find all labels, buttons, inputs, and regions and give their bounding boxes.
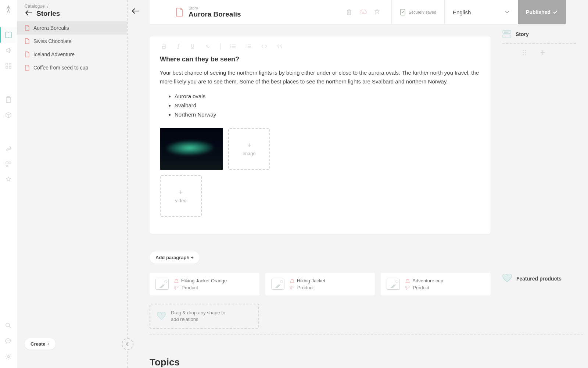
heart-icon bbox=[157, 312, 166, 320]
rail-star[interactable] bbox=[0, 172, 17, 187]
svg-point-36 bbox=[523, 50, 524, 51]
save-badge-icon bbox=[400, 8, 406, 16]
star-outline-icon[interactable] bbox=[374, 9, 380, 15]
svg-point-27 bbox=[177, 286, 178, 287]
svg-rect-28 bbox=[290, 286, 291, 287]
gear-icon bbox=[5, 353, 12, 360]
link-icon[interactable] bbox=[205, 43, 211, 49]
quote-icon[interactable] bbox=[277, 44, 284, 49]
language-selector[interactable]: English bbox=[444, 0, 518, 24]
product-icon bbox=[405, 278, 410, 283]
sidebar-item-aurora-borealis[interactable]: Aurora Borealis bbox=[17, 21, 127, 35]
layout-icon bbox=[502, 30, 511, 38]
sidebar-item-iceland-adventure[interactable]: Iceland Adventure bbox=[17, 48, 127, 61]
rail-box[interactable] bbox=[0, 107, 17, 123]
breadcrumb[interactable]: Catalogue / bbox=[17, 4, 127, 9]
rail-item-3[interactable] bbox=[0, 58, 17, 74]
rail-shapes[interactable] bbox=[0, 157, 17, 172]
drag-drop-relations[interactable]: Drag & drop any shape to add relations bbox=[150, 304, 259, 329]
svg-point-41 bbox=[525, 54, 526, 55]
image-placeholder-icon bbox=[387, 279, 400, 290]
trash-icon[interactable] bbox=[346, 8, 352, 16]
add-video-button[interactable]: + video bbox=[160, 175, 202, 217]
collapse-sidebar-button[interactable] bbox=[122, 338, 133, 350]
sidebar-item-label: Swiss Chocolate bbox=[33, 38, 72, 44]
content-heading[interactable]: Where can they be seen? bbox=[160, 56, 480, 63]
svg-point-38 bbox=[523, 52, 524, 53]
content-paragraph[interactable]: Your best chance of seeing the northern … bbox=[160, 68, 480, 86]
content-card: 12 Where can they be seen? Your best cha… bbox=[150, 36, 491, 234]
topics-heading: Topics bbox=[150, 357, 180, 368]
svg-rect-30 bbox=[405, 286, 407, 287]
add-image-button[interactable]: + image bbox=[228, 128, 270, 170]
rail-chat[interactable] bbox=[5, 333, 12, 349]
svg-point-15 bbox=[230, 44, 232, 46]
editor-toolbar: 12 bbox=[160, 43, 480, 50]
featured-product-card[interactable]: Hiking Jacket Orange Product bbox=[150, 273, 259, 296]
app-rail bbox=[0, 0, 17, 368]
book-icon bbox=[5, 32, 12, 38]
chevron-left-icon bbox=[125, 342, 130, 347]
ol-icon[interactable]: 12 bbox=[245, 44, 251, 49]
document-header: Story Aurora Borealis Securely saved Eng… bbox=[150, 0, 566, 24]
list-item: Northern Norway bbox=[175, 110, 480, 119]
svg-point-39 bbox=[525, 52, 526, 53]
sidebar-item-label: Aurora Borealis bbox=[33, 25, 69, 31]
svg-point-29 bbox=[293, 286, 294, 287]
svg-point-12 bbox=[9, 340, 10, 341]
code-icon[interactable] bbox=[261, 44, 268, 49]
rail-search[interactable] bbox=[5, 318, 12, 333]
wrench-icon bbox=[5, 146, 12, 152]
featured-products-row: Hiking Jacket Orange Product Hiking Jack… bbox=[150, 273, 491, 296]
add-paragraph-button[interactable]: Add paragraph + bbox=[150, 251, 200, 264]
italic-icon[interactable] bbox=[176, 43, 180, 49]
document-icon bbox=[25, 25, 30, 31]
main-area: Story Aurora Borealis Securely saved Eng… bbox=[128, 0, 588, 368]
rail-settings[interactable] bbox=[5, 349, 12, 364]
document-icon bbox=[25, 65, 30, 71]
product-icon bbox=[290, 278, 295, 283]
rail-wrench[interactable] bbox=[0, 141, 17, 157]
rail-catalogue[interactable] bbox=[0, 27, 17, 43]
sidebar: Catalogue / Stories Aurora Borealis Swis… bbox=[17, 0, 128, 368]
rail-clipboard[interactable] bbox=[0, 92, 17, 107]
bold-icon[interactable] bbox=[161, 43, 166, 49]
search-icon bbox=[5, 322, 12, 329]
svg-rect-0 bbox=[6, 63, 8, 65]
plus-icon[interactable] bbox=[540, 50, 546, 56]
featured-product-card[interactable]: Hiking Jacket Product bbox=[265, 273, 375, 296]
sidebar-title: Stories bbox=[36, 10, 60, 18]
sidebar-item-swiss-chocolate[interactable]: Swiss Chocolate bbox=[17, 35, 127, 48]
app-logo[interactable] bbox=[4, 4, 13, 16]
sidebar-item-coffee[interactable]: Coffee from seed to cup bbox=[17, 61, 127, 74]
document-icon bbox=[175, 7, 183, 17]
content-image[interactable] bbox=[160, 128, 223, 170]
shape-icon bbox=[405, 286, 410, 290]
grid-icon bbox=[6, 63, 11, 69]
featured-products-label: Featured products bbox=[502, 274, 562, 283]
shapes-icon bbox=[5, 161, 12, 168]
underline-icon[interactable] bbox=[190, 43, 195, 49]
ul-icon[interactable] bbox=[230, 44, 236, 49]
page-back-button[interactable] bbox=[131, 8, 139, 15]
svg-rect-26 bbox=[174, 286, 176, 287]
svg-point-37 bbox=[525, 50, 526, 51]
create-button[interactable]: Create + bbox=[25, 338, 55, 350]
svg-point-11 bbox=[8, 340, 9, 341]
featured-product-card[interactable]: Adventure cup Product bbox=[381, 273, 491, 296]
back-arrow-icon bbox=[131, 8, 139, 14]
document-icon bbox=[25, 38, 30, 44]
drag-handle-icon[interactable] bbox=[522, 49, 527, 56]
megaphone-icon bbox=[5, 47, 12, 54]
heart-icon bbox=[502, 274, 512, 283]
svg-rect-3 bbox=[9, 67, 11, 68]
image-placeholder-icon bbox=[271, 279, 284, 290]
svg-rect-6 bbox=[6, 162, 8, 164]
cloud-x-icon[interactable] bbox=[359, 9, 367, 15]
document-title: Aurora Borealis bbox=[189, 10, 241, 18]
content-list[interactable]: Aurora ovals Svalbard Northern Norway bbox=[160, 92, 480, 119]
rail-item-2[interactable] bbox=[0, 43, 17, 58]
publish-button[interactable]: Published bbox=[518, 0, 566, 24]
sidebar-back-icon[interactable] bbox=[25, 10, 33, 17]
check-icon bbox=[553, 10, 558, 14]
